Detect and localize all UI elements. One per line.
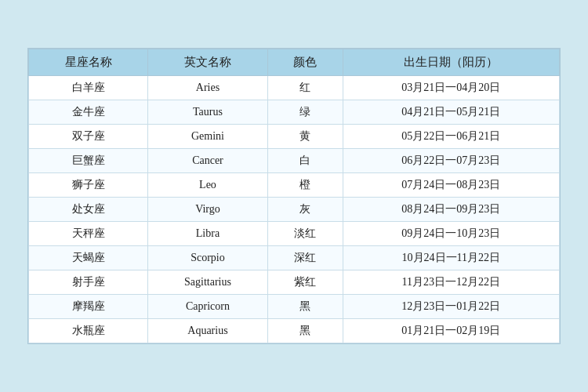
cell-dates: 03月21日一04月20日 [343,76,559,100]
cell-chinese-name: 巨蟹座 [29,149,148,173]
cell-chinese-name: 天蝎座 [29,246,148,270]
cell-dates: 07月24日一08月23日 [343,173,559,198]
cell-color: 黑 [267,295,343,319]
table-row: 射手座Sagittarius紫红11月23日一12月22日 [29,270,560,295]
cell-dates: 09月24日一10月23日 [343,222,559,246]
cell-english-name: Sagittarius [148,270,267,295]
table-row: 双子座Gemini黄05月22日一06月21日 [29,125,560,149]
cell-dates: 05月22日一06月21日 [343,125,559,149]
cell-chinese-name: 金牛座 [29,100,148,125]
cell-color: 深红 [267,246,343,270]
zodiac-table-wrapper: 星座名称 英文名称 颜色 出生日期（阳历） 白羊座Aries红03月21日一04… [27,48,561,344]
table-row: 天蝎座Scorpio深红10月24日一11月22日 [29,246,560,270]
header-english-name: 英文名称 [148,49,267,76]
table-row: 狮子座Leo橙07月24日一08月23日 [29,173,560,198]
table-header-row: 星座名称 英文名称 颜色 出生日期（阳历） [29,49,560,76]
cell-chinese-name: 狮子座 [29,173,148,198]
cell-dates: 08月24日一09月23日 [343,198,559,222]
table-row: 巨蟹座Cancer白06月22日一07月23日 [29,149,560,173]
table-row: 天秤座Libra淡红09月24日一10月23日 [29,222,560,246]
header-chinese-name: 星座名称 [29,49,148,76]
zodiac-table: 星座名称 英文名称 颜色 出生日期（阳历） 白羊座Aries红03月21日一04… [28,49,560,343]
table-row: 摩羯座Capricorn黑12月23日一01月22日 [29,295,560,319]
cell-dates: 04月21日一05月21日 [343,100,559,125]
cell-chinese-name: 处女座 [29,198,148,222]
cell-english-name: Aries [148,76,267,100]
cell-dates: 10月24日一11月22日 [343,246,559,270]
cell-color: 黑 [267,319,343,343]
table-row: 白羊座Aries红03月21日一04月20日 [29,76,560,100]
table-row: 处女座Virgo灰08月24日一09月23日 [29,198,560,222]
cell-chinese-name: 水瓶座 [29,319,148,343]
table-row: 金牛座Taurus绿04月21日一05月21日 [29,100,560,125]
cell-chinese-name: 天秤座 [29,222,148,246]
cell-dates: 12月23日一01月22日 [343,295,559,319]
cell-chinese-name: 射手座 [29,270,148,295]
cell-color: 淡红 [267,222,343,246]
cell-color: 白 [267,149,343,173]
cell-chinese-name: 双子座 [29,125,148,149]
cell-english-name: Gemini [148,125,267,149]
cell-color: 黄 [267,125,343,149]
cell-color: 红 [267,76,343,100]
cell-english-name: Aquarius [148,319,267,343]
cell-english-name: Libra [148,222,267,246]
header-color: 颜色 [267,49,343,76]
cell-color: 灰 [267,198,343,222]
cell-english-name: Scorpio [148,246,267,270]
cell-english-name: Capricorn [148,295,267,319]
table-body: 白羊座Aries红03月21日一04月20日金牛座Taurus绿04月21日一0… [29,76,560,343]
cell-color: 绿 [267,100,343,125]
table-row: 水瓶座Aquarius黑01月21日一02月19日 [29,319,560,343]
cell-english-name: Virgo [148,198,267,222]
cell-color: 橙 [267,173,343,198]
cell-english-name: Taurus [148,100,267,125]
cell-dates: 06月22日一07月23日 [343,149,559,173]
cell-dates: 01月21日一02月19日 [343,319,559,343]
cell-color: 紫红 [267,270,343,295]
cell-english-name: Cancer [148,149,267,173]
header-dates: 出生日期（阳历） [343,49,559,76]
cell-chinese-name: 摩羯座 [29,295,148,319]
cell-chinese-name: 白羊座 [29,76,148,100]
cell-english-name: Leo [148,173,267,198]
cell-dates: 11月23日一12月22日 [343,270,559,295]
